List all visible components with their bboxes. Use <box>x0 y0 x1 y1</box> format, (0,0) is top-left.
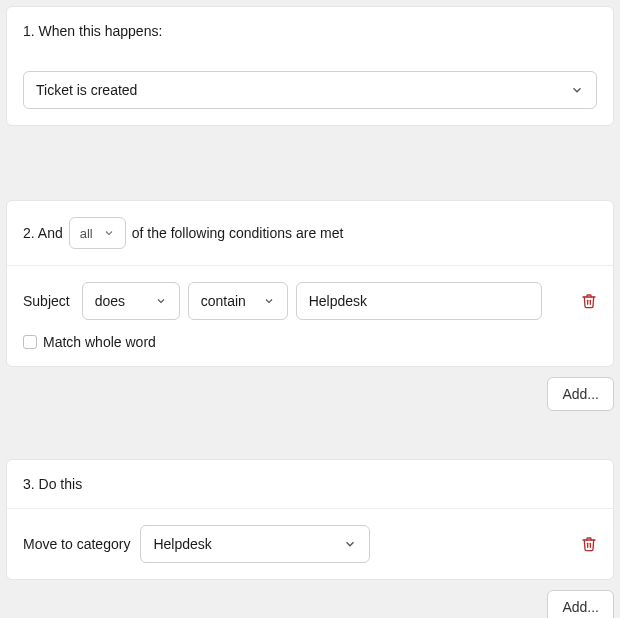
condition-value-input[interactable] <box>296 282 542 320</box>
trigger-body: Ticket is created <box>7 55 613 125</box>
action-value-select[interactable]: Helpdesk <box>140 525 370 563</box>
actions-add-row: Add... <box>6 580 614 618</box>
action-row: Move to category Helpdesk <box>7 508 613 579</box>
actions-heading: 3. Do this <box>7 460 613 508</box>
condition-row: Subject does contain <box>23 282 597 320</box>
chevron-down-icon <box>570 83 584 97</box>
chevron-down-icon <box>155 295 167 307</box>
conditions-body: Subject does contain <box>7 265 613 366</box>
whole-word-row: Match whole word <box>23 334 597 350</box>
trigger-heading-text: 1. When this happens: <box>23 23 162 39</box>
conditions-add-row: Add... <box>6 367 614 411</box>
trash-icon[interactable] <box>581 535 597 553</box>
condition-operator-select[interactable]: contain <box>188 282 288 320</box>
conditions-match-mode-value: all <box>80 226 93 241</box>
whole-word-label: Match whole word <box>43 334 156 350</box>
condition-row-left: Subject does contain <box>23 282 573 320</box>
condition-field-label: Subject <box>23 293 70 309</box>
conditions-heading: 2. And all of the following conditions a… <box>7 201 613 265</box>
conditions-heading-suffix: of the following conditions are met <box>132 225 344 241</box>
actions-card: 3. Do this Move to category Helpdesk <box>6 459 614 580</box>
trash-icon[interactable] <box>581 292 597 310</box>
add-action-button[interactable]: Add... <box>547 590 614 618</box>
action-label: Move to category <box>23 536 130 552</box>
chevron-down-icon <box>263 295 275 307</box>
condition-does-value: does <box>95 293 125 309</box>
add-condition-button[interactable]: Add... <box>547 377 614 411</box>
trigger-heading: 1. When this happens: <box>7 7 613 55</box>
condition-operator-value: contain <box>201 293 246 309</box>
conditions-heading-prefix: 2. And <box>23 225 63 241</box>
chevron-down-icon <box>343 537 357 551</box>
condition-does-select[interactable]: does <box>82 282 180 320</box>
trigger-event-select[interactable]: Ticket is created <box>23 71 597 109</box>
trigger-event-value: Ticket is created <box>36 82 137 98</box>
whole-word-checkbox[interactable] <box>23 335 37 349</box>
conditions-card: 2. And all of the following conditions a… <box>6 200 614 367</box>
action-value: Helpdesk <box>153 536 211 552</box>
actions-heading-text: 3. Do this <box>23 476 82 492</box>
conditions-match-mode-select[interactable]: all <box>69 217 126 249</box>
chevron-down-icon <box>103 227 115 239</box>
trigger-card: 1. When this happens: Ticket is created <box>6 6 614 126</box>
